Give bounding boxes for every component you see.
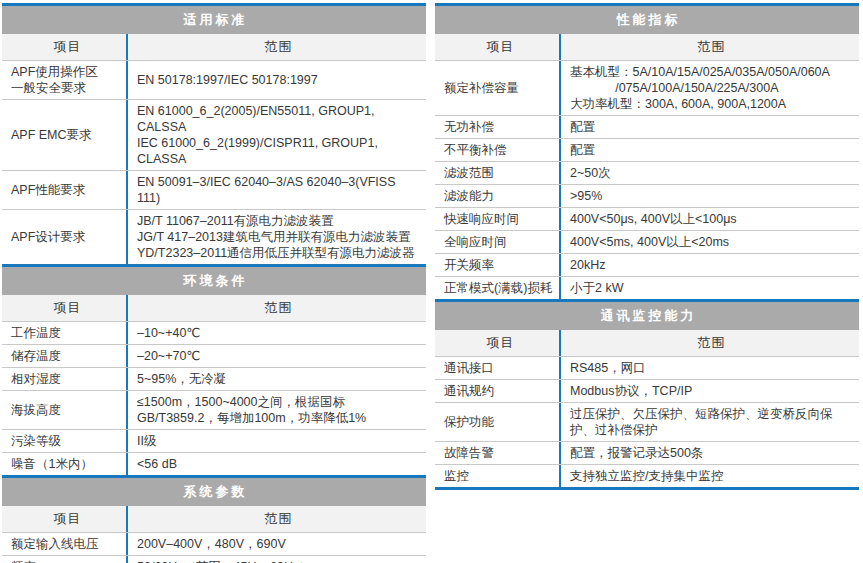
- spec-item-label: APF设计要求: [2, 210, 126, 264]
- spec-item-value: 配置，报警记录达500条: [559, 442, 859, 464]
- spec-item-label: 开关频率: [435, 254, 559, 276]
- spec-item-value: 配置: [559, 116, 859, 138]
- spec-row: 保护功能过压保护、欠压保护、短路保护、逆变桥反向保护、过补偿保护: [435, 403, 859, 442]
- spec-item-label: 污染等级: [2, 430, 126, 452]
- spec-row: 监控支持独立监控/支持集中监控: [435, 465, 859, 487]
- section-title: 系统参数: [2, 475, 426, 506]
- spec-item-label: 正常模式(满载)损耗: [435, 277, 559, 299]
- section-title: 环境条件: [2, 264, 426, 295]
- spec-item-value: >95%: [559, 185, 859, 207]
- right-column: 性能指标项目范围额定补偿容量基本机型：5A/10A/15A/025A/035A/…: [435, 3, 859, 563]
- item-column-header: 项目: [2, 506, 126, 532]
- spec-row: 快速响应时间400V<50μs, 400V以上<100μs: [435, 208, 859, 231]
- spec-item-value: 400V<5ms, 400V以上<20ms: [559, 231, 859, 253]
- spec-item-value: –10~+40℃: [126, 322, 426, 344]
- spec-item-value: 5~95%，无冷凝: [126, 368, 426, 390]
- spec-item-value: 50/60Hz（范围：45Hz~63Hz）: [126, 556, 426, 563]
- spec-item-value: 配置: [559, 139, 859, 161]
- spec-item-value: <56 dB: [126, 453, 426, 475]
- range-column-header: 范围: [126, 506, 426, 532]
- spec-item-label: APF EMC要求: [2, 100, 126, 170]
- spec-row: 滤波能力>95%: [435, 185, 859, 208]
- spec-item-value: 过压保护、欠压保护、短路保护、逆变桥反向保护、过补偿保护: [559, 403, 859, 441]
- spec-item-label: 通讯接口: [435, 357, 559, 379]
- spec-item-label: 滤波能力: [435, 185, 559, 207]
- section-title: 适用标准: [2, 3, 426, 34]
- spec-item-value: II级: [126, 430, 426, 452]
- spec-row: 频率50/60Hz（范围：45Hz~63Hz）: [2, 556, 426, 563]
- spec-item-label: 全响应时间: [435, 231, 559, 253]
- spec-item-value: 支持独立监控/支持集中监控: [559, 465, 859, 487]
- spec-row: APF性能要求EN 50091–3/IEC 62040–3/AS 62040–3…: [2, 171, 426, 210]
- spec-item-value: 200V–400V，480V，690V: [126, 533, 426, 555]
- spec-item-label: 噪音（1米内）: [2, 453, 126, 475]
- column-header-row: 项目范围: [2, 295, 426, 322]
- spec-item-label: 无功补偿: [435, 116, 559, 138]
- section-title: 通讯监控能力: [435, 299, 859, 330]
- spec-item-value: 20kHz: [559, 254, 859, 276]
- section-title: 性能指标: [435, 3, 859, 34]
- spec-section: 系统参数项目范围额定输入线电压200V–400V，480V，690V频率50/6…: [2, 475, 426, 563]
- datasheet-page: 适用标准项目范围APF使用操作区 一般安全要求EN 50178:1997/IEC…: [0, 0, 863, 563]
- spec-item-label: 滤波范围: [435, 162, 559, 184]
- spec-item-label: 额定补偿容量: [435, 61, 559, 115]
- spec-item-label: 海拔高度: [2, 391, 126, 429]
- spec-row: 全响应时间400V<5ms, 400V以上<20ms: [435, 231, 859, 254]
- item-column-header: 项目: [435, 34, 559, 60]
- spec-item-value: JB/T 11067–2011有源电力滤波装置 JG/T 417–2013建筑电…: [126, 210, 426, 264]
- spec-section: 适用标准项目范围APF使用操作区 一般安全要求EN 50178:1997/IEC…: [2, 3, 426, 264]
- spec-row: 通讯规约Modbus协议，TCP/IP: [435, 380, 859, 403]
- spec-row: 储存温度–20~+70℃: [2, 345, 426, 368]
- spec-row: 无功补偿配置: [435, 116, 859, 139]
- range-column-header: 范围: [559, 34, 859, 60]
- column-header-row: 项目范围: [2, 506, 426, 533]
- spec-row: 额定输入线电压200V–400V，480V，690V: [2, 533, 426, 556]
- spec-section: 通讯监控能力项目范围通讯接口RS485，网口通讯规约Modbus协议，TCP/I…: [435, 299, 859, 487]
- spec-item-value: 小于2 kW: [559, 277, 859, 299]
- spec-row: 滤波范围2~50次: [435, 162, 859, 185]
- spec-section: 性能指标项目范围额定补偿容量基本机型：5A/10A/15A/025A/035A/…: [435, 3, 859, 299]
- spec-row: APF EMC要求EN 61000_6_2(2005)/EN55011, GRO…: [2, 100, 426, 171]
- column-header-row: 项目范围: [435, 330, 859, 357]
- left-column: 适用标准项目范围APF使用操作区 一般安全要求EN 50178:1997/IEC…: [2, 3, 426, 563]
- range-column-header: 范围: [126, 34, 426, 60]
- item-column-header: 项目: [2, 295, 126, 321]
- spec-item-label: 不平衡补偿: [435, 139, 559, 161]
- spec-item-label: 相对湿度: [2, 368, 126, 390]
- spec-row: APF使用操作区 一般安全要求EN 50178:1997/IEC 50178:1…: [2, 61, 426, 100]
- range-column-header: 范围: [126, 295, 426, 321]
- spec-item-value: EN 61000_6_2(2005)/EN55011, GROUP1, CALS…: [126, 100, 426, 170]
- spec-row: 正常模式(满载)损耗小于2 kW: [435, 277, 859, 299]
- spec-item-value: EN 50178:1997/IEC 50178:1997: [126, 61, 426, 99]
- spec-item-label: 通讯规约: [435, 380, 559, 402]
- item-column-header: 项目: [2, 34, 126, 60]
- spec-item-label: 故障告警: [435, 442, 559, 464]
- spec-row: 故障告警配置，报警记录达500条: [435, 442, 859, 465]
- spec-item-value: Modbus协议，TCP/IP: [559, 380, 859, 402]
- column-header-row: 项目范围: [435, 34, 859, 61]
- column-header-row: 项目范围: [2, 34, 426, 61]
- spec-item-value: 2~50次: [559, 162, 859, 184]
- spec-item-label: 频率: [2, 556, 126, 563]
- item-column-header: 项目: [435, 330, 559, 356]
- spec-row: 噪音（1米内）<56 dB: [2, 453, 426, 475]
- spec-row: 相对湿度5~95%，无冷凝: [2, 368, 426, 391]
- spec-item-value: 400V<50μs, 400V以上<100μs: [559, 208, 859, 230]
- spec-row: 不平衡补偿配置: [435, 139, 859, 162]
- spec-item-value: –20~+70℃: [126, 345, 426, 367]
- spec-item-label: APF使用操作区 一般安全要求: [2, 61, 126, 99]
- spec-row: 额定补偿容量基本机型：5A/10A/15A/025A/035A/050A/060…: [435, 61, 859, 116]
- spec-row: 海拔高度≤1500m，1500~4000之间，根据国标GB/T3859.2，每增…: [2, 391, 426, 430]
- spec-item-label: 快速响应时间: [435, 208, 559, 230]
- spec-row: 开关频率20kHz: [435, 254, 859, 277]
- spec-item-value: 基本机型：5A/10A/15A/025A/035A/050A/060A /075…: [559, 61, 859, 115]
- spec-row: 工作温度–10~+40℃: [2, 322, 426, 345]
- spec-item-label: 额定输入线电压: [2, 533, 126, 555]
- spec-item-label: 监控: [435, 465, 559, 487]
- spec-row: 污染等级II级: [2, 430, 426, 453]
- spec-item-value: ≤1500m，1500~4000之间，根据国标GB/T3859.2，每增加100…: [126, 391, 426, 429]
- spec-item-label: 工作温度: [2, 322, 126, 344]
- spec-row: 通讯接口RS485，网口: [435, 357, 859, 380]
- spec-item-label: 储存温度: [2, 345, 126, 367]
- spec-row: APF设计要求JB/T 11067–2011有源电力滤波装置 JG/T 417–…: [2, 210, 426, 264]
